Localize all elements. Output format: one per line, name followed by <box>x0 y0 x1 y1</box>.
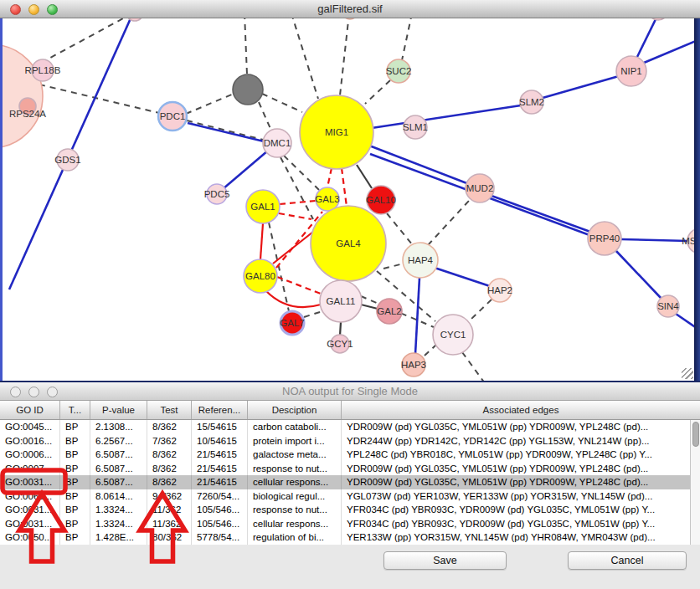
network-edge[interactable] <box>244 18 247 74</box>
cell-p_value: 6.5087... <box>90 462 147 476</box>
network-canvas[interactable]: RPL18BRPS24AGDS1PDC1PDC5MIG1DMC1SUC2SLM1… <box>0 18 700 381</box>
network-edge[interactable] <box>273 232 313 264</box>
column-header-associatededges[interactable]: Associated edges <box>342 401 700 419</box>
node-label: HAP4 <box>408 255 434 265</box>
table-row[interactable]: GO:0016...BP6.2567...7/36210/54615protei… <box>0 434 690 448</box>
node-label: GAL11 <box>327 296 356 306</box>
network-edge[interactable] <box>372 105 521 128</box>
cell-test: 8/362 <box>147 448 192 462</box>
table-scrollbar[interactable] <box>690 420 700 545</box>
network-edge[interactable] <box>291 18 318 99</box>
network-edge[interactable] <box>415 278 419 354</box>
network-edge[interactable] <box>186 94 234 114</box>
table-row[interactable]: GO:0031...BP1.3324...11/362105/546...res… <box>0 503 690 517</box>
network-edge[interactable] <box>492 196 590 232</box>
network-edge[interactable] <box>361 305 378 309</box>
node-gray-node[interactable] <box>233 74 263 105</box>
network-edge[interactable] <box>469 300 492 321</box>
table-row[interactable]: GO:0065...BP8.0614...94/3627260/54...bio… <box>0 489 690 504</box>
cell-test: 11/362 <box>147 503 192 517</box>
column-header-pvalue[interactable]: P-value <box>90 401 147 419</box>
node-label: PDC1 <box>160 111 186 121</box>
zoom-button[interactable] <box>47 4 58 15</box>
node-label: GCY1 <box>327 339 353 349</box>
cell-description: regulation of bi... <box>248 530 342 545</box>
network-window: galFiltered.sif RPL18BRPS24AGDS1PDC1PDC5… <box>0 0 700 382</box>
table-row[interactable]: GO:0031...BP1.3324...11/362105/546...cel… <box>0 517 690 531</box>
node-label: GAL3 <box>315 194 339 204</box>
table-row[interactable]: GO:0050...BP1.428E...80/3625778/54...reg… <box>0 530 690 545</box>
network-edge[interactable] <box>387 213 412 244</box>
cell-p_value: 2.1308... <box>90 420 147 434</box>
network-edge[interactable] <box>644 38 700 63</box>
cell-type: BP <box>60 448 90 462</box>
network-edge[interactable] <box>369 146 469 184</box>
network-edge[interactable] <box>41 18 145 63</box>
zoom-button[interactable] <box>47 387 58 397</box>
node-cut-top-green[interactable] <box>342 18 358 19</box>
network-edge[interactable] <box>259 102 271 131</box>
cell-type: BP <box>60 434 90 448</box>
cell-go_id: GO:0006... <box>0 448 60 462</box>
save-button[interactable]: Save <box>383 551 507 570</box>
table-row[interactable]: GO:0007...BP6.5087...8/36221/54615respon… <box>0 462 690 476</box>
network-titlebar[interactable]: galFiltered.sif <box>0 0 700 18</box>
table-row[interactable]: GO:0031...BP6.5087...8/36221/54615cellul… <box>0 475 690 489</box>
network-edge[interactable] <box>383 264 404 269</box>
noa-titlebar[interactable]: NOA output for Single Mode <box>0 382 700 401</box>
network-edge[interactable] <box>327 168 332 187</box>
close-button[interactable] <box>10 4 21 15</box>
network-edge[interactable] <box>279 213 311 219</box>
table-row[interactable]: GO:0006...BP6.5087...8/36221/54615galact… <box>0 448 690 462</box>
minimize-button[interactable] <box>28 4 39 15</box>
network-edge[interactable] <box>428 201 469 245</box>
node-cut-top-2[interactable] <box>648 18 668 20</box>
node-large-left[interactable] <box>3 44 43 148</box>
network-edge[interactable] <box>188 123 264 141</box>
network-edge[interactable] <box>223 151 268 189</box>
network-edge[interactable] <box>425 345 436 356</box>
cell-go_id: GO:0016... <box>0 434 60 448</box>
network-edge[interactable] <box>342 168 347 207</box>
cell-p_value: 6.5087... <box>90 448 147 462</box>
cell-type: BP <box>60 420 90 434</box>
network-edge[interactable] <box>462 352 485 381</box>
network-edge[interactable] <box>621 239 688 241</box>
network-edge[interactable] <box>365 80 390 104</box>
node-label: HAP2 <box>487 285 512 295</box>
cell-type: BP <box>60 503 90 517</box>
network-edge[interactable] <box>262 94 302 112</box>
network-edge[interactable] <box>280 201 316 204</box>
network-edge[interactable] <box>340 322 341 335</box>
network-edge[interactable] <box>187 120 263 140</box>
network-edge[interactable] <box>435 268 490 286</box>
node-label: HAP3 <box>401 360 426 370</box>
column-header-t[interactable]: T... <box>60 401 90 419</box>
network-edge[interactable] <box>281 157 313 219</box>
network-edge[interactable] <box>357 165 372 188</box>
table-body: GO:0045...BP2.1308...8/36215/54615carbon… <box>0 420 690 545</box>
column-header-test[interactable]: Test <box>147 401 192 419</box>
network-edge[interactable] <box>266 291 321 307</box>
network-edge[interactable] <box>304 311 322 317</box>
network-edge[interactable] <box>340 18 349 95</box>
resize-grip[interactable] <box>682 368 693 379</box>
close-button[interactable] <box>10 387 21 397</box>
network-edge[interactable] <box>260 223 263 259</box>
network-edge[interactable] <box>402 18 412 60</box>
window-title: NOA output for Single Mode <box>0 382 700 400</box>
cell-test: 8/362 <box>147 475 192 489</box>
scrollbar-thumb[interactable] <box>692 422 699 447</box>
column-header-referen[interactable]: Referen... <box>192 401 248 419</box>
cell-test: 8/362 <box>147 420 192 434</box>
column-header-goid[interactable]: GO ID <box>0 401 60 419</box>
cell-edges: YER133W (pp) YOR315W, YNL145W (pd) YHR08… <box>342 530 690 545</box>
network-edge[interactable] <box>637 18 658 57</box>
cancel-button[interactable]: Cancel <box>568 551 687 570</box>
network-edge[interactable] <box>543 76 619 98</box>
cell-test: 11/362 <box>147 517 192 531</box>
minimize-button[interactable] <box>28 387 39 397</box>
column-header-desciption[interactable]: Desciption <box>248 401 342 419</box>
network-edge[interactable] <box>615 250 661 299</box>
table-row[interactable]: GO:0045...BP2.1308...8/36215/54615carbon… <box>0 420 690 434</box>
